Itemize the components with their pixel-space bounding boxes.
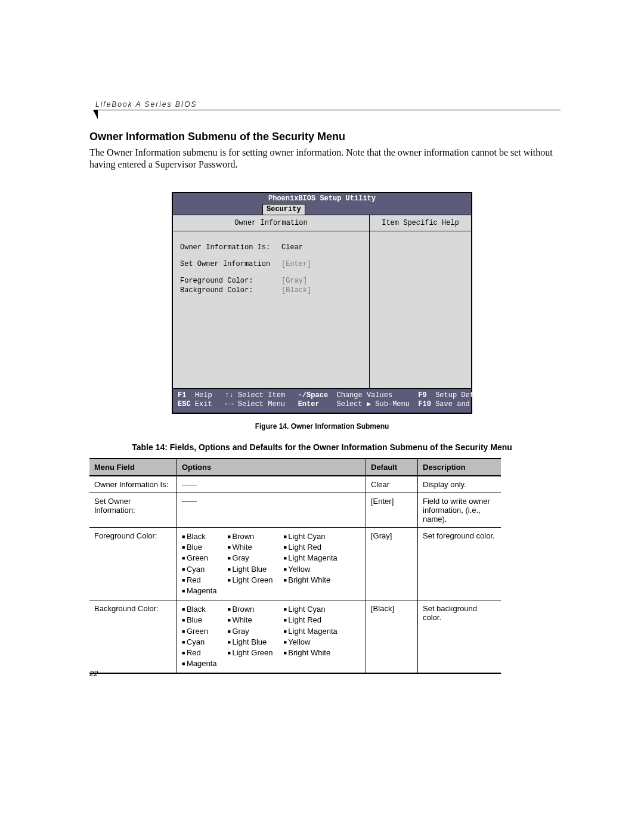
bios-row-owner-info-is: Owner Information Is: Clear — [180, 243, 362, 252]
bios-left-pane: Owner Information Owner Information Is: … — [173, 215, 370, 388]
cell-menu-field: Foreground Color: — [89, 528, 177, 600]
cell-options: BlackBlueGreenCyanRedMagentaBrownWhiteGr… — [177, 600, 366, 674]
key-esc: ESC — [178, 400, 191, 408]
color-option: Light Blue — [228, 564, 273, 575]
bios-left-content: Owner Information Is: Clear Set Owner In… — [173, 231, 369, 315]
cell-menu-field: Set Owner Information: — [89, 493, 177, 528]
table-title: Table 14: Fields, Options and Defaults f… — [89, 442, 555, 452]
color-option: Light Magenta — [283, 626, 337, 637]
cell-options: BlackBlueGreenCyanRedMagentaBrownWhiteGr… — [177, 528, 366, 600]
table-row: Set Owner Information:——[Enter]Field to … — [89, 493, 501, 528]
color-option: Yellow — [283, 637, 337, 648]
label-exit: Exit — [195, 400, 212, 408]
label-select-menu: Select Menu — [238, 400, 285, 408]
cell-description: Set background color. — [418, 600, 501, 674]
key-minus-space: -/Space — [298, 391, 328, 400]
cell-description: Display only. — [418, 476, 501, 493]
bios-left-title: Owner Information — [173, 215, 369, 231]
color-option: Light Green — [228, 575, 273, 586]
bios-label: Foreground Color: — [180, 277, 281, 285]
color-option: Magenta — [182, 658, 217, 669]
running-head-wrap: LifeBook A Series BIOS — [95, 100, 555, 110]
cell-menu-field: Background Color: — [89, 600, 177, 674]
bios-footer-row-1: F1 Help ↑↓ Select Item -/Space Change Va… — [178, 391, 466, 400]
label-help: Help — [195, 391, 212, 400]
color-option: Red — [182, 648, 217, 658]
cell-default: [Gray] — [366, 528, 418, 600]
bios-footer-row-2: ESC Exit ←→ Select Menu Enter Select ▶ S… — [178, 400, 466, 409]
key-f10: F10 — [418, 400, 431, 408]
color-option: Yellow — [283, 564, 337, 575]
color-option: Magenta — [182, 586, 217, 596]
bios-right-pane: Item Specific Help — [370, 215, 471, 388]
cell-options: —— — [177, 476, 366, 493]
bios-row-bg-color: Background Color: [Black] — [180, 286, 362, 295]
color-option: Light Cyan — [283, 604, 337, 615]
bios-title: PhoenixBIOS Setup Utility — [173, 193, 471, 204]
bios-body: Owner Information Owner Information Is: … — [173, 215, 471, 388]
running-head: LifeBook A Series BIOS — [95, 100, 555, 110]
key-f9: F9 — [418, 391, 426, 400]
th-default: Default — [366, 459, 418, 476]
bios-tab-row: Security — [173, 204, 471, 215]
bios-row-fg-color: Foreground Color: [Gray] — [180, 277, 362, 285]
arrows-updown-icon: ↑↓ — [225, 391, 233, 400]
cell-options: —— — [177, 493, 366, 528]
color-option: Black — [182, 531, 217, 542]
key-f1: F1 — [178, 391, 186, 400]
key-enter: Enter — [298, 400, 320, 408]
bios-label: Background Color: — [180, 286, 281, 295]
color-option: Light Magenta — [283, 553, 337, 563]
color-option: Cyan — [182, 637, 217, 648]
label-select-item: Select Item — [238, 391, 285, 400]
color-option: Bright White — [283, 575, 337, 586]
corner-mark-icon — [93, 110, 98, 119]
color-option: Blue — [182, 542, 217, 553]
options-table: Menu Field Options Default Description O… — [89, 458, 501, 674]
color-option: Green — [182, 553, 217, 563]
color-option: Brown — [228, 531, 273, 542]
em-dash: —— — [182, 497, 196, 506]
th-description: Description — [418, 459, 501, 476]
bios-row-set-owner-info: Set Owner Information [Enter] — [180, 260, 362, 268]
cell-default: [Black] — [366, 600, 418, 674]
color-option-columns: BlackBlueGreenCyanRedMagentaBrownWhiteGr… — [182, 604, 361, 669]
table-row: Owner Information Is:——ClearDisplay only… — [89, 476, 501, 493]
color-option: Black — [182, 604, 217, 615]
color-option: White — [228, 542, 273, 553]
cell-default: Clear — [366, 476, 418, 493]
color-option: Light Cyan — [283, 531, 337, 542]
section-title: Owner Information Submenu of the Securit… — [89, 131, 555, 143]
manual-page: LifeBook A Series BIOS Owner Information… — [0, 0, 644, 833]
color-option: Light Red — [283, 542, 337, 553]
color-option: Cyan — [182, 564, 217, 575]
figure-caption: Figure 14. Owner Information Submenu — [89, 422, 555, 431]
color-option: Blue — [182, 615, 217, 625]
section-body-text: The Owner Information submenu is for set… — [89, 147, 555, 171]
th-options: Options — [177, 459, 366, 476]
bios-value: Clear — [281, 243, 303, 252]
table-row: Foreground Color:BlackBlueGreenCyanRedMa… — [89, 528, 501, 600]
th-menu-field: Menu Field — [89, 459, 177, 476]
color-option-columns: BlackBlueGreenCyanRedMagentaBrownWhiteGr… — [182, 531, 361, 596]
bios-value: [Enter] — [281, 260, 311, 268]
cell-description: Set foreground color. — [418, 528, 501, 600]
color-option: Light Green — [228, 648, 273, 658]
color-option: White — [228, 615, 273, 625]
color-option: Light Red — [283, 615, 337, 625]
bios-value: [Gray] — [281, 277, 307, 285]
label-setup-defaults: Setup Defaults — [435, 391, 496, 400]
bios-right-title: Item Specific Help — [370, 215, 471, 231]
color-option: Red — [182, 575, 217, 586]
bios-label: Set Owner Information — [180, 260, 281, 268]
label-save-exit: Save and Exit — [435, 400, 491, 408]
color-option: Gray — [228, 553, 273, 563]
page-number: 22 — [89, 669, 98, 678]
bios-value: [Black] — [281, 286, 311, 295]
color-option: Light Blue — [228, 637, 273, 648]
bios-screenshot: PhoenixBIOS Setup Utility Security Owner… — [172, 192, 472, 414]
cell-menu-field: Owner Information Is: — [89, 476, 177, 493]
color-option: Gray — [228, 626, 273, 637]
color-option: Green — [182, 626, 217, 637]
color-option: Brown — [228, 604, 273, 615]
